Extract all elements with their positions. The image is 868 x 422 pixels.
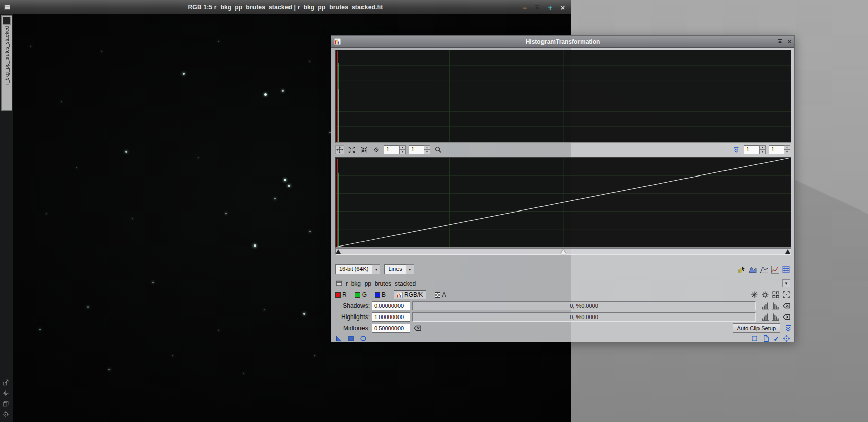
dialog-close-icon[interactable]: × xyxy=(787,38,791,45)
bit-depth-select[interactable]: 16-bit (64K) ▼ xyxy=(335,264,380,274)
pan-mode-icon[interactable] xyxy=(335,145,344,154)
expand-section-icon[interactable] xyxy=(784,324,792,332)
apply-icon[interactable] xyxy=(347,335,355,342)
browse-documentation-icon[interactable] xyxy=(762,335,770,342)
star xyxy=(254,244,256,247)
highlights-input[interactable] xyxy=(372,312,410,322)
backspace-icon[interactable] xyxy=(413,324,421,332)
vertical-zoom-spinner[interactable]: 1 ▲▼ xyxy=(409,145,430,154)
readout-v-spinner[interactable]: 1 ▲▼ xyxy=(769,145,790,154)
chevron-down-icon[interactable]: ▼ xyxy=(406,264,414,274)
reset-icon[interactable] xyxy=(783,335,790,342)
star xyxy=(183,73,185,75)
backspace-icon[interactable] xyxy=(782,313,790,321)
minimize-icon[interactable]: – xyxy=(521,3,529,11)
shade-icon[interactable] xyxy=(533,3,541,11)
spin-up-icon[interactable]: ▲ xyxy=(399,145,406,150)
midtones-marker[interactable] xyxy=(561,249,566,254)
image-window-title: RGB 1:5 r_bkg_pp_brutes_stacked | r_bkg_… xyxy=(0,4,571,11)
horizontal-zoom-value[interactable]: 1 xyxy=(384,145,399,154)
real-time-preview-icon[interactable] xyxy=(359,335,367,342)
roll-up-icon[interactable] xyxy=(777,38,783,45)
channel-r[interactable]: R xyxy=(335,291,347,298)
edit-instance-icon[interactable] xyxy=(751,335,758,342)
star xyxy=(288,185,290,187)
view-window-icon xyxy=(335,279,343,287)
cascade-windows-icon[interactable] xyxy=(2,400,9,407)
channel-a-label: A xyxy=(442,291,446,298)
gear-icon[interactable] xyxy=(761,291,769,299)
highlights-marker[interactable] xyxy=(785,249,790,254)
bit-depth-value[interactable]: 16-bit (64K) xyxy=(335,264,372,274)
star xyxy=(274,198,276,199)
input-histogram-plot[interactable] xyxy=(335,157,791,248)
channel-rgbk[interactable]: RGB/K xyxy=(394,290,426,299)
cursor-chart-icon[interactable] xyxy=(737,265,746,274)
close-icon[interactable]: × xyxy=(559,3,567,11)
shadows-input[interactable] xyxy=(372,301,410,310)
plot-style-value[interactable]: Lines xyxy=(384,264,405,274)
channel-g[interactable]: G xyxy=(355,291,367,298)
vertical-zoom-value[interactable]: 1 xyxy=(409,145,424,154)
view-dropdown-icon[interactable]: ▼ xyxy=(782,279,790,287)
grid-toggle-icon[interactable] xyxy=(782,265,790,274)
image-window-titlebar[interactable]: RGB 1:5 r_bkg_pp_brutes_stacked | r_bkg_… xyxy=(0,0,571,14)
channel-b[interactable]: B xyxy=(375,291,386,298)
grid-cells-icon[interactable] xyxy=(772,291,780,299)
corners-icon[interactable] xyxy=(782,291,790,299)
histogram-slider-strip[interactable] xyxy=(335,248,791,255)
zoom-to-fit-icon[interactable] xyxy=(347,145,356,154)
alpha-swatch-icon xyxy=(435,292,440,298)
clip-low-histogram-icon[interactable] xyxy=(761,313,769,321)
spin-down-icon[interactable]: ▼ xyxy=(399,150,406,154)
spin-up-icon[interactable]: ▲ xyxy=(424,145,430,150)
readout-expand-icon[interactable] xyxy=(732,145,741,154)
midtones-input[interactable] xyxy=(372,324,410,333)
readout-v-value[interactable]: 1 xyxy=(769,145,784,154)
filled-histogram-icon[interactable] xyxy=(748,265,757,274)
highlights-row: Highlights: 0, %0.0000 xyxy=(331,312,794,322)
readout-h-spinner[interactable]: 1 ▲▼ xyxy=(744,145,766,154)
view-selector-row[interactable]: r_bkg_pp_brutes_stacked ▼ xyxy=(331,278,794,288)
channel-b-label: B xyxy=(382,291,386,298)
horizontal-zoom-spinner[interactable]: 1 ▲▼ xyxy=(384,145,406,154)
outline-histogram-icon[interactable] xyxy=(760,265,768,274)
chevron-down-icon[interactable]: ▼ xyxy=(372,264,380,274)
crosshair-icon[interactable] xyxy=(2,390,9,397)
readout-h-value[interactable]: 1 xyxy=(744,145,759,154)
zoom-out-icon[interactable] xyxy=(359,145,369,154)
star xyxy=(172,355,173,356)
channel-rgbk-label: RGB/K xyxy=(404,291,423,298)
channel-a[interactable]: A xyxy=(435,291,446,298)
snowflake-icon[interactable] xyxy=(750,291,758,299)
line-chart-icon[interactable] xyxy=(771,265,779,274)
backspace-icon[interactable] xyxy=(782,302,790,310)
spin-down-icon[interactable]: ▼ xyxy=(759,150,766,154)
histogram-process-icon xyxy=(334,38,341,45)
spin-down-icon[interactable]: ▼ xyxy=(424,150,430,154)
star xyxy=(282,90,284,92)
image-tab[interactable]: r_bkg_pp_brutes_stacked xyxy=(1,15,12,111)
magnifier-icon[interactable] xyxy=(433,145,443,154)
star xyxy=(309,231,311,232)
new-instance-icon[interactable] xyxy=(335,335,343,342)
spin-down-icon[interactable]: ▼ xyxy=(784,150,790,154)
zoom-icon[interactable]: + xyxy=(546,3,554,11)
spin-up-icon[interactable]: ▲ xyxy=(759,145,766,150)
dialog-title: HistogramTransformation xyxy=(331,38,794,45)
export-icon[interactable] xyxy=(2,379,9,386)
clip-high-histogram-icon[interactable] xyxy=(772,313,780,321)
dialog-titlebar[interactable]: HistogramTransformation × xyxy=(331,36,794,48)
clip-low-histogram-icon[interactable] xyxy=(761,302,769,310)
output-histogram-plot[interactable] xyxy=(335,50,791,143)
shadows-marker[interactable] xyxy=(336,249,341,254)
auto-clip-setup-button[interactable]: Auto Clip Setup xyxy=(733,323,780,333)
target-icon[interactable] xyxy=(2,411,9,418)
readout-mode-icon[interactable] xyxy=(372,145,381,154)
spin-up-icon[interactable]: ▲ xyxy=(784,145,790,150)
star xyxy=(243,373,244,374)
plot-style-select[interactable]: Lines ▼ xyxy=(384,264,414,274)
execute-check-icon[interactable]: ✓ xyxy=(773,335,779,342)
clip-high-histogram-icon[interactable] xyxy=(772,302,780,310)
mini-histogram-icon xyxy=(396,292,403,298)
